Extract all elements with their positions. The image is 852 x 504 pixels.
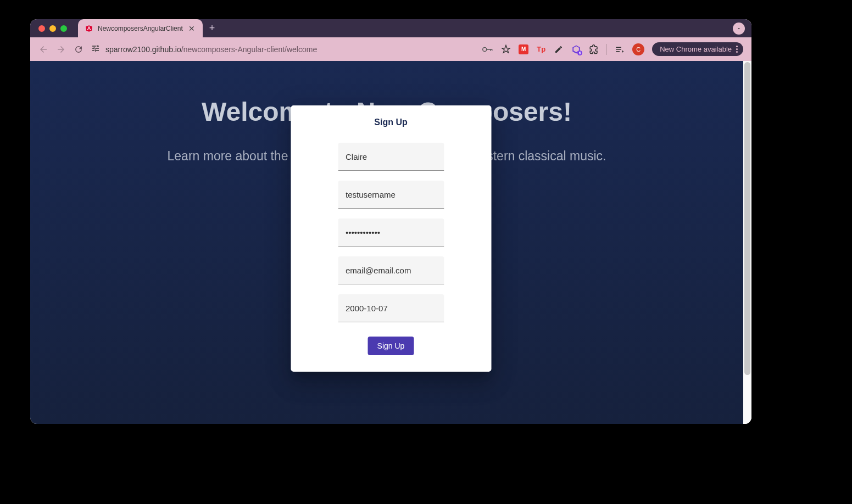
email-field[interactable] [338, 256, 444, 284]
grammarly-extension-icon[interactable]: 6 [571, 44, 581, 54]
address-bar: sparrow2100.github.io/newcomposers-Angul… [30, 37, 751, 61]
site-settings-icon[interactable] [91, 44, 100, 54]
browser-tab[interactable]: NewcomposersAngularClient ✕ [78, 19, 203, 37]
new-tab-button[interactable]: + [209, 23, 215, 34]
page-content: Welcome to New Composers! Learn more abo… [30, 61, 751, 424]
password-field[interactable] [338, 219, 444, 247]
tab-overflow[interactable] [733, 23, 745, 35]
password-key-icon[interactable] [482, 46, 493, 53]
profile-avatar[interactable]: C [632, 43, 644, 55]
bookmark-star-icon[interactable] [501, 44, 511, 54]
maximize-window-button[interactable] [60, 25, 67, 32]
scrollbar-thumb[interactable] [744, 62, 750, 375]
tp-extension-icon[interactable]: Tp [536, 44, 546, 54]
browser-window: NewcomposersAngularClient ✕ + sparrow210… [30, 19, 751, 424]
chrome-update-label: New Chrome available [660, 45, 732, 53]
signup-button[interactable]: Sign Up [368, 337, 414, 355]
window-controls [38, 25, 67, 32]
angular-favicon [85, 24, 93, 33]
birthdate-field[interactable] [338, 294, 444, 322]
divider [606, 44, 607, 55]
minimize-window-button[interactable] [49, 25, 56, 32]
tab-title: NewcomposersAngularClient [98, 25, 183, 32]
modal-title: Sign Up [374, 117, 407, 127]
close-window-button[interactable] [38, 25, 45, 32]
close-tab-icon[interactable]: ✕ [187, 24, 196, 33]
scrollbar-track[interactable] [743, 61, 751, 424]
media-control-icon[interactable] [615, 44, 625, 54]
svg-point-0 [483, 47, 487, 51]
menu-dots-icon [736, 46, 738, 53]
forward-button[interactable] [56, 44, 66, 54]
pen-extension-icon[interactable] [554, 44, 564, 54]
back-button[interactable] [38, 44, 48, 54]
chevron-down-icon [733, 23, 745, 35]
name-field[interactable] [338, 143, 444, 171]
url-text: sparrow2100.github.io/newcomposers-Angul… [105, 45, 317, 54]
signup-modal: Sign Up Sign Up [291, 105, 491, 372]
extensions-icon[interactable] [589, 44, 599, 54]
url-field[interactable]: sparrow2100.github.io/newcomposers-Angul… [91, 44, 475, 54]
chrome-update-pill[interactable]: New Chrome available [652, 42, 743, 56]
toolbar-right: M Tp 6 C New Chrome available [482, 42, 743, 56]
username-field[interactable] [338, 181, 444, 209]
mendeley-extension-icon[interactable]: M [519, 44, 528, 54]
reload-button[interactable] [74, 44, 83, 54]
tab-bar: NewcomposersAngularClient ✕ + [30, 19, 751, 37]
